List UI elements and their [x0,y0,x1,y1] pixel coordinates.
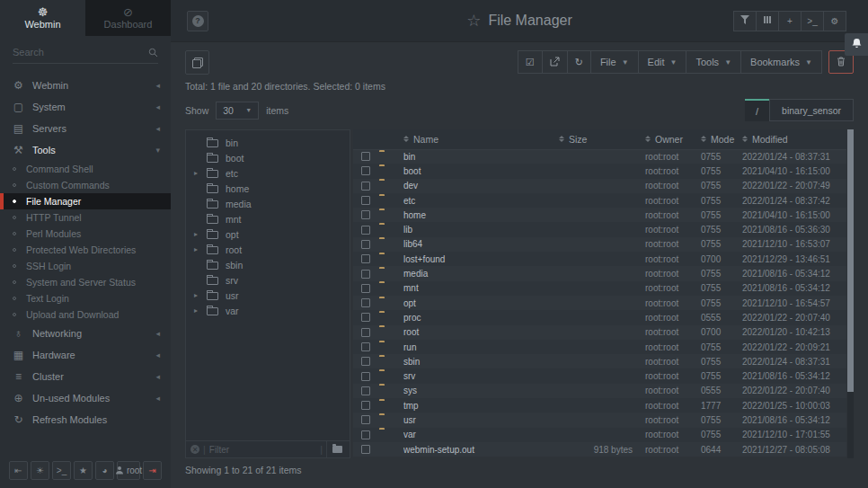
row-checkbox[interactable] [361,357,370,366]
file-row-webmin-setup-out[interactable]: webmin-setup.out918 bytesroot:root064420… [353,442,846,457]
refresh-button[interactable]: ↻ [567,50,591,74]
file-row-proc[interactable]: procroot:root05552022/01/22 - 20:07:40 [353,310,846,324]
table-scrollbar[interactable] [847,129,854,458]
sort-icon[interactable] [403,136,409,142]
sidebar-item-webmin[interactable]: ⚙Webmin◂ [0,75,171,96]
row-checkbox[interactable] [361,298,370,307]
tab-dashboard[interactable]: ⊘ Dashboard [85,0,171,36]
file-row-lib64[interactable]: lib64root:root07552021/12/10 - 16:53:07 [353,237,846,252]
file-row-media[interactable]: mediaroot:root07552021/08/16 - 05:34:12 [353,266,846,280]
settings-button[interactable]: ⚙ [823,11,846,31]
file-row-usr[interactable]: usrroot:root07552021/08/16 - 05:34:12 [353,413,846,427]
row-checkbox[interactable] [361,328,370,337]
tree-folder-button[interactable] [326,441,345,457]
row-checkbox[interactable] [361,270,370,279]
file-name[interactable]: run [403,340,559,354]
select-all-button[interactable]: ☑ [518,50,543,74]
sidebar-item-command-shell[interactable]: Command Shell [0,161,171,177]
sidebar-item-custom-commands[interactable]: Custom Commands [0,177,171,193]
file-row-mnt[interactable]: mntroot:root07552021/08/16 - 05:34:12 [353,281,846,296]
breadcrumb-current[interactable]: binary_sensor [769,99,854,121]
file-name[interactable]: var [403,428,559,442]
sidebar-item-text-login[interactable]: Text Login [0,290,171,306]
file-name[interactable]: boot [403,164,559,178]
file-row-home[interactable]: homeroot:root07552021/04/10 - 16:15:00 [353,208,846,222]
row-checkbox[interactable] [361,445,370,454]
row-checkbox[interactable] [361,430,370,439]
sidebar-item-hardware[interactable]: ▦Hardware◂ [0,344,171,366]
row-checkbox[interactable] [361,386,370,395]
sidebar-item-cluster[interactable]: ≡Cluster◂ [0,366,171,387]
file-row-boot[interactable]: bootroot:root07552021/04/10 - 16:15:00 [353,164,846,178]
expand-arrow-icon[interactable]: ▸ [194,306,204,315]
sidebar-item-refresh-modules[interactable]: ↻Refresh Modules [0,409,171,430]
row-checkbox[interactable] [361,182,370,191]
expand-arrow-icon[interactable]: ▸ [194,169,204,177]
row-checkbox[interactable] [361,254,370,263]
file-name[interactable]: lib [403,222,559,236]
file-row-var[interactable]: varroot:root07552021/12/10 - 17:01:55 [353,428,846,442]
export-button[interactable] [542,50,568,74]
expand-arrow-icon[interactable]: ▸ [194,230,204,238]
clone-window-button[interactable] [185,50,209,75]
row-checkbox[interactable] [361,313,370,322]
search-input[interactable] [13,44,158,63]
help-button[interactable]: ? [187,11,208,31]
row-checkbox[interactable] [361,372,370,381]
sort-icon[interactable] [645,136,651,142]
sidebar-item-http-tunnel[interactable]: HTTP Tunnel [0,209,171,226]
row-checkbox[interactable] [361,166,370,175]
sort-icon[interactable] [701,136,706,142]
tree-item-media[interactable]: media [186,196,350,211]
sidebar-item-protected-web-directories[interactable]: Protected Web Directories [0,242,171,258]
file-name[interactable]: sys [403,384,559,398]
sidebar-item-tools[interactable]: ⚒Tools▾ [0,139,171,161]
tree-item-sbin[interactable]: sbin [186,257,350,272]
file-row-etc[interactable]: etcroot:root07552022/01/24 - 08:37:42 [353,193,846,208]
sidebar-item-file-manager[interactable]: File Manager [0,193,171,209]
column-header-modified[interactable]: Modified [742,129,846,149]
sidebar-item-system[interactable]: ▢System◂ [0,96,171,118]
tree-item-srv[interactable]: srv [186,272,350,288]
sidebar-item-system-and-server-status[interactable]: System and Server Status [0,274,171,290]
shell-button[interactable]: >_ [52,461,71,480]
file-name[interactable]: tmp [403,398,559,413]
file-name[interactable]: sbin [403,354,559,368]
row-checkbox[interactable] [361,415,370,424]
favorite-star-icon[interactable]: ☆ [466,13,481,28]
row-checkbox[interactable] [361,210,370,219]
tree-item-mnt[interactable]: mnt [186,211,350,226]
breadcrumb-root[interactable]: / [745,99,769,121]
row-checkbox[interactable] [361,284,370,293]
scrollbar-thumb[interactable] [847,129,854,392]
row-checkbox[interactable] [361,240,370,249]
sidebar-item-networking[interactable]: ♁Networking◂ [0,323,171,344]
tree-item-bin[interactable]: bin [186,135,350,150]
menu-file[interactable]: File▼ [590,50,639,74]
column-header-mode[interactable]: Mode [701,129,742,149]
file-row-dev[interactable]: devroot:root07552022/01/22 - 20:07:49 [353,179,846,193]
filter-button[interactable] [733,11,757,31]
sidebar-item-ssh-login[interactable]: SSH Login [0,258,171,274]
menu-bookmarks[interactable]: Bookmarks▼ [740,50,822,74]
terminal-button[interactable]: >_ [801,11,824,31]
file-row-bin[interactable]: binroot:root07552022/01/24 - 08:37:31 [353,149,846,164]
tree-filter-input[interactable] [209,445,320,455]
add-button[interactable]: + [778,11,802,31]
file-row-root[interactable]: rootroot:root07002022/01/20 - 10:42:13 [353,325,846,340]
favorites-button[interactable]: ★ [74,461,93,480]
file-name[interactable]: usr [403,413,559,427]
file-row-run[interactable]: runroot:root07552022/01/22 - 20:09:21 [353,340,846,354]
file-name[interactable]: bin [403,149,559,164]
sidebar-item-servers[interactable]: ▤Servers◂ [0,118,171,139]
columns-button[interactable] [756,11,779,31]
tree-item-root[interactable]: ▸root [186,242,350,257]
clear-filter-icon[interactable]: ✕ [190,445,199,454]
file-name[interactable]: home [403,208,559,222]
file-name[interactable]: srv [403,368,559,383]
row-checkbox[interactable] [361,342,370,351]
row-checkbox[interactable] [361,226,370,235]
menu-edit[interactable]: Edit▼ [638,50,687,74]
file-name[interactable]: opt [403,296,559,310]
page-size-select[interactable]: 30 ▼ [216,102,259,120]
